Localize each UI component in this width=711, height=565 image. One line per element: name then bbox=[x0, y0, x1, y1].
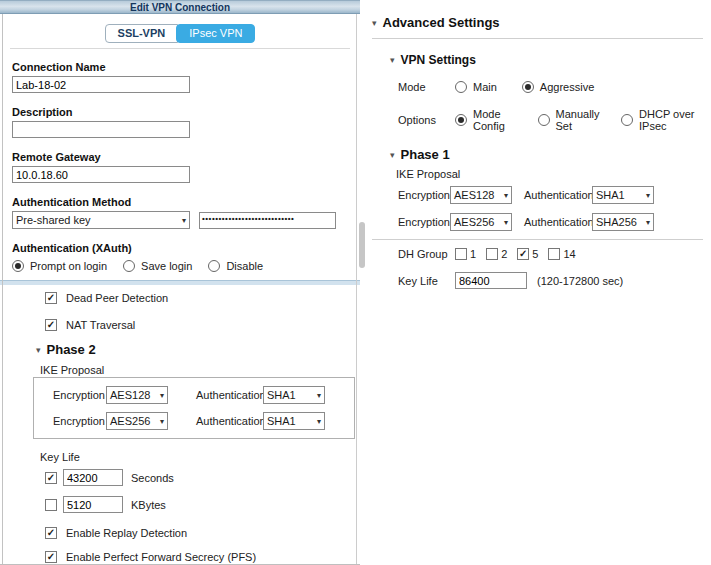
key-life-kbytes-row: KBytes bbox=[45, 496, 360, 513]
check-icon: ✓ bbox=[519, 249, 527, 259]
key-life-seconds-row: ✓ Seconds bbox=[45, 469, 360, 486]
collapse-triangle-icon: ▾ bbox=[36, 345, 41, 355]
pfs-row[interactable]: ✓ Enable Perfect Forward Secrecy (PFS) bbox=[45, 551, 360, 563]
dropdown-chevron-icon: ▾ bbox=[182, 216, 186, 225]
radio-selected-icon[interactable] bbox=[455, 114, 467, 126]
dh-group-1[interactable]: 1 bbox=[455, 248, 476, 260]
phase2-ike-proposal-box: Encryption AES128 ▾ Authentication SHA1 … bbox=[33, 377, 355, 439]
nat-label: NAT Traversal bbox=[66, 319, 135, 331]
remote-gateway-input[interactable] bbox=[12, 166, 190, 183]
pfs-checkbox[interactable]: ✓ bbox=[45, 551, 57, 563]
encryption-label: Encryption bbox=[398, 216, 450, 228]
dh-group-5[interactable]: ✓ 5 bbox=[517, 248, 538, 260]
vpn-settings-title: VPN Settings bbox=[401, 53, 476, 67]
advanced-settings-divider bbox=[372, 38, 703, 39]
xauth-prompt-on-login[interactable]: Prompt on login bbox=[12, 260, 107, 272]
advanced-settings-title: Advanced Settings bbox=[383, 15, 500, 30]
dh-group-2[interactable]: 2 bbox=[486, 248, 507, 260]
phase1-authentication2-select[interactable]: SHA256 ▾ bbox=[592, 213, 654, 231]
radio-icon[interactable] bbox=[538, 114, 550, 126]
auth-method-select[interactable]: Pre-shared key ▾ bbox=[12, 211, 190, 229]
phase2-header[interactable]: ▾ Phase 2 bbox=[36, 342, 360, 357]
phase1-authentication1-select[interactable]: SHA1 ▾ bbox=[592, 186, 654, 204]
phase1-encryption1-value: AES128 bbox=[454, 189, 494, 201]
option-dhcp-over-ipsec[interactable]: DHCP over IPsec bbox=[621, 108, 711, 132]
option-manually-set[interactable]: Manually Set bbox=[538, 108, 609, 132]
phase1-encryption2-value: AES256 bbox=[454, 216, 494, 228]
key-life-kbytes-checkbox[interactable] bbox=[45, 499, 57, 511]
dh14-checkbox[interactable] bbox=[548, 248, 560, 260]
radio-icon[interactable] bbox=[621, 114, 633, 126]
tab-ssl-vpn[interactable]: SSL-VPN bbox=[105, 24, 179, 43]
dpd-checkbox[interactable]: ✓ bbox=[45, 292, 57, 304]
advanced-settings-header[interactable]: ▾ Advanced Settings bbox=[372, 15, 711, 30]
dh2-checkbox[interactable] bbox=[486, 248, 498, 260]
dh-group-14[interactable]: 14 bbox=[548, 248, 575, 260]
key-life-kbytes-input[interactable] bbox=[63, 496, 123, 513]
mode-aggressive-label: Aggressive bbox=[540, 81, 594, 93]
authentication-label: Authentication bbox=[524, 189, 592, 201]
replay-label: Enable Replay Detection bbox=[66, 527, 187, 539]
mode-config-label: Mode Config bbox=[473, 108, 525, 132]
nat-checkbox[interactable]: ✓ bbox=[45, 319, 57, 331]
radio-icon[interactable] bbox=[208, 260, 220, 272]
xauth-disable-label: Disable bbox=[226, 260, 263, 272]
preshared-key-input[interactable]: •••••••••••••••••••••••••••• bbox=[199, 212, 336, 229]
authentication-label: Authentication bbox=[524, 216, 592, 228]
phase2-encryption1-select[interactable]: AES128 ▾ bbox=[106, 386, 168, 404]
phase1-key-life-input[interactable] bbox=[455, 272, 527, 289]
auth-method-row: Pre-shared key ▾ •••••••••••••••••••••••… bbox=[12, 211, 348, 229]
dh1-checkbox[interactable] bbox=[455, 248, 467, 260]
dead-peer-detection-row[interactable]: ✓ Dead Peer Detection bbox=[45, 292, 360, 304]
mode-main-label: Main bbox=[473, 81, 497, 93]
phase1-encryption1-select[interactable]: AES128 ▾ bbox=[450, 186, 512, 204]
phase1-encryption2-select[interactable]: AES256 ▾ bbox=[450, 213, 512, 231]
radio-icon[interactable] bbox=[123, 260, 135, 272]
phase1-title: Phase 1 bbox=[401, 147, 450, 162]
mode-label: Mode bbox=[398, 81, 455, 93]
connection-name-input[interactable] bbox=[12, 76, 190, 93]
phase1-dh-group-row: DH Group 1 2 ✓ 5 14 bbox=[398, 248, 711, 260]
dropdown-chevron-icon: ▾ bbox=[160, 391, 164, 400]
auth-method-value: Pre-shared key bbox=[16, 214, 91, 226]
description-input[interactable] bbox=[12, 121, 190, 138]
kbytes-unit-label: KBytes bbox=[131, 499, 166, 511]
key-life-seconds-input[interactable] bbox=[63, 469, 123, 486]
replay-detection-row[interactable]: ✓ Enable Replay Detection bbox=[45, 527, 360, 539]
advanced-settings-panel: ▾ Advanced Settings ▾ VPN Settings Mode … bbox=[368, 0, 711, 565]
phase2-authentication2-select[interactable]: SHA1 ▾ bbox=[263, 412, 325, 430]
dropdown-chevron-icon: ▾ bbox=[504, 191, 508, 200]
phase2-encryption1-value: AES128 bbox=[110, 389, 150, 401]
phase1-proposal-row-2: Encryption AES256 ▾ Authentication SHA25… bbox=[398, 213, 711, 231]
dh1-label: 1 bbox=[470, 248, 476, 260]
phase2-encryption2-select[interactable]: AES256 ▾ bbox=[106, 412, 168, 430]
dialog-titlebar: Edit VPN Connection bbox=[0, 0, 360, 14]
tab-separator bbox=[10, 48, 350, 49]
edit-vpn-dialog: Edit VPN Connection SSL-VPN IPsec VPN Co… bbox=[0, 0, 360, 565]
phase1-header[interactable]: ▾ Phase 1 bbox=[390, 147, 711, 162]
nat-traversal-row[interactable]: ✓ NAT Traversal bbox=[45, 319, 360, 331]
dh5-label: 5 bbox=[532, 248, 538, 260]
key-life-seconds-checkbox[interactable]: ✓ bbox=[45, 472, 57, 484]
phase1-ike-proposal-label: IKE Proposal bbox=[396, 168, 711, 180]
phase1-authentication2-value: SHA256 bbox=[596, 216, 637, 228]
scrollbar-thumb[interactable] bbox=[359, 222, 365, 268]
check-icon: ✓ bbox=[47, 552, 55, 562]
xauth-save-login[interactable]: Save login bbox=[123, 260, 192, 272]
dh5-checkbox[interactable]: ✓ bbox=[517, 248, 529, 260]
authentication-label: Authentication bbox=[196, 415, 263, 427]
replay-checkbox[interactable]: ✓ bbox=[45, 527, 57, 539]
mode-main-option[interactable]: Main bbox=[455, 81, 497, 93]
option-mode-config[interactable]: Mode Config bbox=[455, 108, 525, 132]
radio-selected-icon[interactable] bbox=[12, 260, 24, 272]
phase1-key-life-row: Key Life (120-172800 sec) bbox=[398, 272, 711, 289]
tab-ipsec-vpn[interactable]: IPsec VPN bbox=[176, 24, 255, 43]
dhcp-label: DHCP over IPsec bbox=[639, 108, 711, 132]
encryption-label: Encryption bbox=[53, 415, 106, 427]
radio-selected-icon[interactable] bbox=[522, 81, 534, 93]
phase2-authentication1-select[interactable]: SHA1 ▾ bbox=[263, 386, 325, 404]
radio-icon[interactable] bbox=[455, 81, 467, 93]
xauth-disable[interactable]: Disable bbox=[208, 260, 263, 272]
mode-aggressive-option[interactable]: Aggressive bbox=[522, 81, 594, 93]
vpn-settings-header[interactable]: ▾ VPN Settings bbox=[390, 53, 711, 67]
